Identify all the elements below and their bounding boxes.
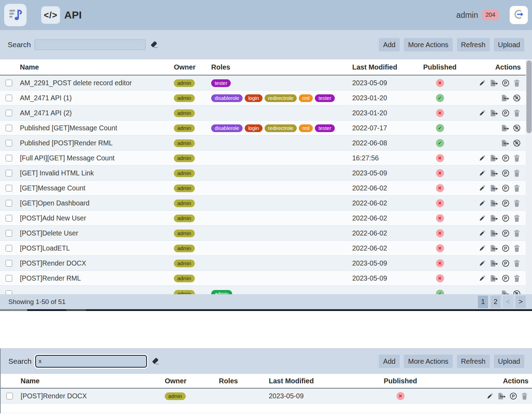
row-checkbox[interactable]	[6, 260, 12, 267]
svg-text:P: P	[512, 393, 515, 398]
publish-icon[interactable]: P	[502, 184, 510, 192]
row-checkbox[interactable]	[6, 230, 12, 237]
vertical-scrollbar[interactable]	[526, 59, 532, 294]
row-checkbox[interactable]	[6, 215, 12, 222]
row-checkbox[interactable]	[6, 170, 12, 176]
delete-icon[interactable]	[513, 214, 521, 222]
export-icon[interactable]	[489, 274, 498, 282]
delete-icon[interactable]	[513, 244, 521, 252]
delete-icon[interactable]	[520, 392, 529, 400]
refresh-button[interactable]: Refresh	[457, 355, 490, 368]
delete-icon[interactable]	[513, 229, 521, 237]
unpublished-badge: ✕	[436, 274, 444, 282]
row-checkbox[interactable]	[6, 110, 12, 116]
scrollbar-thumb[interactable]	[526, 60, 532, 133]
row-checkbox[interactable]	[6, 140, 12, 146]
more-actions-button[interactable]: More Actions	[404, 355, 453, 368]
refresh-button[interactable]: Refresh	[457, 38, 490, 51]
edit-icon[interactable]	[478, 244, 486, 252]
export-icon[interactable]	[501, 124, 510, 132]
export-icon[interactable]	[489, 259, 498, 267]
row-checkbox[interactable]	[6, 155, 12, 161]
export-icon[interactable]	[489, 154, 498, 162]
column-header-roles: Roles	[211, 63, 352, 71]
publish-icon[interactable]: P	[502, 169, 510, 177]
logout-button[interactable]	[510, 6, 528, 24]
delete-icon[interactable]	[513, 154, 521, 162]
publish-icon[interactable]: P	[502, 259, 510, 267]
export-icon[interactable]	[489, 184, 498, 192]
delete-icon[interactable]	[513, 169, 521, 177]
export-icon[interactable]	[489, 169, 498, 177]
delete-icon[interactable]	[513, 199, 521, 207]
export-icon[interactable]	[497, 392, 506, 400]
delete-icon[interactable]	[513, 109, 521, 117]
search-input[interactable]	[35, 39, 146, 50]
export-icon[interactable]	[489, 79, 498, 87]
edit-icon[interactable]	[478, 79, 486, 87]
unpublish-icon[interactable]: P	[513, 124, 521, 132]
publish-icon[interactable]: P	[502, 229, 510, 237]
export-icon[interactable]	[489, 199, 498, 207]
row-checkbox[interactable]	[6, 245, 12, 252]
edit-icon[interactable]	[478, 169, 486, 177]
edit-icon[interactable]	[478, 184, 486, 192]
edit-icon[interactable]	[478, 259, 486, 267]
publish-icon[interactable]: P	[502, 79, 510, 87]
delete-icon[interactable]	[513, 79, 521, 87]
horizontal-scrollbar-thumb[interactable]	[0, 309, 27, 311]
publish-icon[interactable]: P	[502, 244, 510, 252]
role-badge: login	[245, 124, 263, 132]
add-button[interactable]: Add	[379, 355, 400, 368]
export-icon[interactable]	[489, 109, 498, 117]
add-button[interactable]: Add	[379, 38, 400, 51]
more-actions-button[interactable]: More Actions	[404, 38, 453, 51]
row-checkbox[interactable]	[6, 185, 12, 191]
edit-icon[interactable]	[486, 392, 494, 400]
column-header-actions: Actions	[451, 377, 532, 385]
unpublish-icon[interactable]: P	[513, 139, 521, 147]
publish-icon[interactable]: P	[502, 199, 510, 207]
app-logo[interactable]	[4, 4, 27, 26]
delete-icon[interactable]	[513, 259, 521, 267]
row-checkbox[interactable]	[6, 80, 12, 86]
publish-icon[interactable]: P	[502, 214, 510, 222]
publish-icon[interactable]: P	[502, 274, 510, 282]
publish-icon[interactable]: P	[502, 109, 510, 117]
delete-icon[interactable]	[513, 274, 521, 282]
publish-icon[interactable]: P	[502, 154, 510, 162]
export-icon[interactable]	[501, 139, 510, 147]
row-checkbox[interactable]	[6, 290, 12, 295]
clear-search-icon[interactable]	[150, 41, 158, 49]
row-checkbox[interactable]	[6, 200, 12, 207]
unpublish-icon[interactable]: P	[513, 94, 521, 102]
upload-button[interactable]: Upload	[494, 38, 524, 51]
edit-icon[interactable]	[478, 109, 486, 117]
page-1-button[interactable]: 1	[478, 296, 488, 308]
export-icon[interactable]	[501, 94, 510, 102]
row-checkbox[interactable]	[6, 393, 13, 399]
edit-icon[interactable]	[478, 154, 486, 162]
clear-search-icon[interactable]	[152, 357, 160, 365]
export-icon[interactable]	[489, 244, 498, 252]
edit-icon[interactable]	[478, 229, 486, 237]
edit-icon[interactable]	[478, 199, 486, 207]
export-icon[interactable]	[501, 290, 510, 295]
unpublished-badge: ✕	[436, 154, 444, 162]
edit-icon[interactable]	[478, 214, 486, 222]
next-page-button[interactable]: >	[516, 296, 526, 308]
row-checkbox[interactable]	[6, 95, 12, 101]
prev-page-button[interactable]: <	[503, 296, 513, 308]
search-input-focused[interactable]	[35, 355, 147, 368]
horizontal-scrollbar[interactable]	[0, 309, 532, 311]
publish-icon[interactable]: P	[509, 392, 517, 400]
export-icon[interactable]	[489, 229, 498, 237]
upload-button[interactable]: Upload	[494, 355, 524, 368]
unpublish-icon[interactable]: P	[513, 290, 521, 295]
row-checkbox[interactable]	[6, 275, 12, 282]
row-checkbox[interactable]	[6, 125, 12, 131]
edit-icon[interactable]	[478, 274, 486, 282]
page-2-button[interactable]: 2	[490, 296, 501, 308]
export-icon[interactable]	[489, 214, 498, 222]
delete-icon[interactable]	[513, 184, 521, 192]
